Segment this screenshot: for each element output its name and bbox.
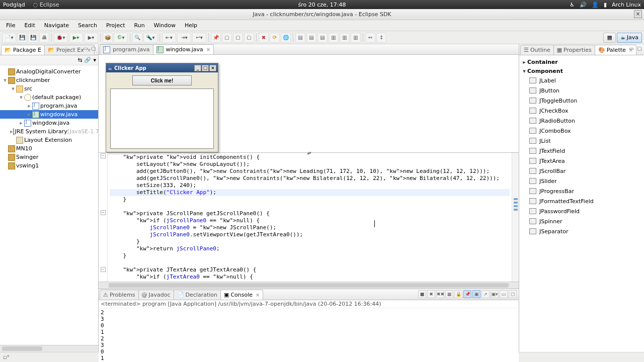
align-t[interactable]: ▥ xyxy=(329,33,339,43)
save-all-button[interactable]: 💾 xyxy=(28,33,38,43)
tree-item-layout-extension[interactable]: Layout Extension xyxy=(0,136,98,144)
align-b[interactable]: ▥ xyxy=(351,33,361,43)
eclipse-os-icon[interactable]: ◌ Eclipse xyxy=(33,2,59,8)
link-editor-icon[interactable]: 🔗 xyxy=(84,57,91,63)
palette-item-jcombobox[interactable]: JComboBox xyxy=(520,126,643,136)
code-area[interactable]: "kw">private "kw">void initComponents() … xyxy=(108,153,512,282)
menu-window[interactable]: Window xyxy=(150,21,180,30)
console-remove-icon[interactable]: ✖ xyxy=(427,290,435,298)
same-h[interactable]: ↕ xyxy=(376,33,386,43)
editor-minimize-icon[interactable]: ▭ xyxy=(627,1,634,8)
stop-button[interactable]: ✖ xyxy=(259,33,269,43)
preview-min-icon[interactable]: _ xyxy=(194,65,201,71)
new-class-button[interactable]: ©▾ xyxy=(114,33,128,43)
menu-navigate[interactable]: Navigate xyxy=(40,21,73,30)
editor-maximize-icon[interactable]: ▢ xyxy=(635,1,642,8)
menu-run[interactable]: Run xyxy=(130,21,149,30)
nav-back-annotation[interactable]: ⇤▾ xyxy=(162,33,176,43)
editor-tab-program[interactable]: program.java xyxy=(100,44,153,54)
tree-item-analogdigitalconverter[interactable]: AnalogDigitalConverter xyxy=(0,67,98,76)
preview-window[interactable]: ☕ Clicker App _ □ × Click me! xyxy=(106,63,218,152)
palette-item-jprogressbar[interactable]: JProgressBar xyxy=(520,186,643,196)
browser-button[interactable]: 🌐 xyxy=(281,33,291,43)
palette-item-jlabel[interactable]: JLabel xyxy=(520,75,643,85)
tree-item-mn10[interactable]: MN10 xyxy=(0,144,98,153)
palette-item-jtextfield[interactable]: JTextField xyxy=(520,146,643,156)
menu-help[interactable]: Help xyxy=(181,21,201,30)
editor-tab-wingdow[interactable]: wingdow.java× xyxy=(153,44,214,54)
window-close-button[interactable]: × xyxy=(634,10,642,18)
console-max-icon[interactable]: ▢ xyxy=(509,290,517,298)
tab-javadoc[interactable]: @ Javadoc xyxy=(138,290,174,300)
palette-item-jscrollbar[interactable]: JScrollBar xyxy=(520,166,643,176)
console-display-icon[interactable]: ▣ xyxy=(472,290,480,298)
view-menu-icon[interactable]: ▾ xyxy=(93,57,96,63)
console-min-icon[interactable]: ▭ xyxy=(500,290,508,298)
tab-package-explorer[interactable]: 📂 Package E xyxy=(1,45,45,55)
right-max-icon[interactable]: ▢ xyxy=(636,45,643,52)
tree-item--default-package-[interactable]: ▾(default package) xyxy=(0,93,98,102)
open-perspective-button[interactable]: ▦ xyxy=(603,33,615,43)
gui-designer-canvas[interactable]: ☕ Clicker App _ □ × Click me! ▴ ▾ xyxy=(99,55,519,153)
preview-click-button[interactable]: Click me! xyxy=(132,75,192,85)
tree-item-wingdow-java[interactable]: ▸wingdow.java xyxy=(0,119,98,127)
refresh-button[interactable]: ⟳ xyxy=(270,33,280,43)
palette-item-jseparator[interactable]: JSeparator xyxy=(520,226,643,236)
palette-item-jformattedtextfield[interactable]: JFormattedTextField xyxy=(520,196,643,206)
palette-item-jslider[interactable]: JSlider xyxy=(520,176,643,186)
source-editor[interactable]: "kw">private "kw">void initComponents() … xyxy=(99,153,519,282)
tab-properties[interactable]: ▦ Properties xyxy=(553,45,595,55)
palette-item-jcheckbox[interactable]: JCheckBox xyxy=(520,106,643,116)
overview-ruler[interactable] xyxy=(512,153,519,282)
align-l[interactable]: ▤ xyxy=(295,33,305,43)
tree-item-wingdow-java[interactable]: ▸wingdow.java xyxy=(0,110,98,119)
os-menu-podglad[interactable]: Podgląd xyxy=(3,2,25,8)
right-min-icon[interactable]: ▭ xyxy=(628,45,635,52)
accessibility-icon[interactable]: ♿ xyxy=(570,2,575,8)
editor-nav3[interactable]: ▢ xyxy=(244,33,254,43)
tab-problems[interactable]: ⚠ Problems xyxy=(100,290,139,300)
perspective-java[interactable]: ☕ Java xyxy=(617,33,642,43)
tree-item-src[interactable]: ▾src xyxy=(0,84,98,93)
package-explorer-tree[interactable]: AnalogDigitalConverter▾clicknumber▾src▾(… xyxy=(0,65,98,345)
palette-item-jspinner[interactable]: JSpinner xyxy=(520,216,643,226)
left-h-scrollbar[interactable] xyxy=(0,345,98,352)
editor-nav2[interactable]: ▢ xyxy=(233,33,243,43)
console-new-icon[interactable]: ▣▾ xyxy=(491,290,499,298)
editor-h-scrollbar[interactable] xyxy=(99,282,519,289)
align-m[interactable]: ▥ xyxy=(340,33,350,43)
palette-item-jradiobutton[interactable]: JRadioButton xyxy=(520,116,643,126)
run-last-button[interactable]: ▶▾ xyxy=(84,33,98,43)
tree-item-vswing1[interactable]: vswing1 xyxy=(0,161,98,170)
palette-item-jtextarea[interactable]: JTextArea xyxy=(520,156,643,166)
console-remove-all-icon[interactable]: ✖✖ xyxy=(436,290,444,298)
palette-category-component[interactable]: ▾Component xyxy=(520,66,643,75)
console-scroll-lock-icon[interactable]: 🔒 xyxy=(454,290,462,298)
preview-textarea[interactable] xyxy=(110,88,214,149)
nav-fwd-annotation[interactable]: ⇥▾ xyxy=(177,33,191,43)
menu-search[interactable]: Search xyxy=(74,21,101,30)
open-type-button[interactable]: 🔍 xyxy=(132,33,142,43)
user-icon[interactable]: 👤 xyxy=(592,2,599,8)
save-button[interactable]: 💾 xyxy=(17,33,27,43)
new-package-button[interactable]: 📦 xyxy=(103,33,113,43)
tree-item-clicknumber[interactable]: ▾clicknumber xyxy=(0,76,98,84)
tab-outline[interactable]: ☰ Outline xyxy=(520,45,554,55)
minimize-icon[interactable]: ▭ xyxy=(82,45,89,52)
palette-view[interactable]: ▸Container▾ComponentJLabelJButtonJToggle… xyxy=(519,55,644,352)
tab-console[interactable]: ▣ Console× xyxy=(220,290,263,300)
console-output[interactable]: 2 3 0 1 2 3 0 1 xyxy=(99,308,519,362)
palette-item-jtogglebutton[interactable]: JToggleButton xyxy=(520,96,643,106)
menu-file[interactable]: File xyxy=(2,21,19,30)
print-button[interactable]: 🖶 xyxy=(39,33,49,43)
last-edit-button[interactable]: ↩▾ xyxy=(192,33,206,43)
align-c[interactable]: ▤ xyxy=(306,33,316,43)
console-open-icon[interactable]: ↗ xyxy=(481,290,490,298)
battery-icon[interactable]: ▮ xyxy=(604,2,607,8)
run-button[interactable]: ▶▾ xyxy=(69,33,83,43)
tree-item-program-java[interactable]: ▸program.java xyxy=(0,102,98,110)
menu-project[interactable]: Project xyxy=(102,21,129,30)
palette-category-container[interactable]: ▸Container xyxy=(520,57,643,66)
debug-button[interactable]: 🐞▾ xyxy=(54,33,68,43)
palette-item-jbutton[interactable]: JButton xyxy=(520,85,643,96)
